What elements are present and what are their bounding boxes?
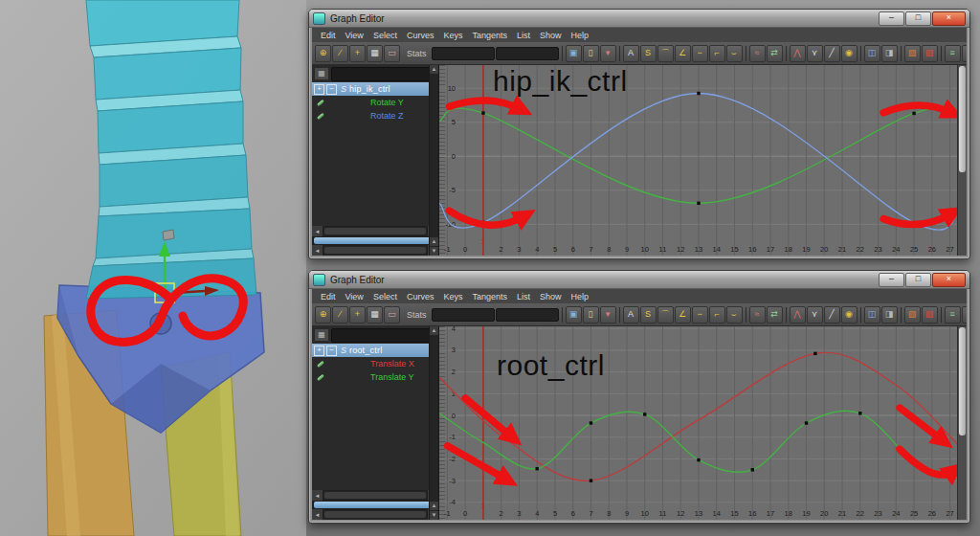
- keyframe-dot[interactable]: [536, 467, 539, 470]
- add-keys-tool-icon[interactable]: +: [349, 306, 366, 324]
- outliner-vscrollbar[interactable]: ▲ ▲ ▼: [429, 65, 438, 256]
- spline-tangents-icon[interactable]: S: [640, 45, 657, 62]
- timeline-hscrollbar[interactable]: ◂ ▸: [312, 245, 438, 256]
- unify-tangents-icon[interactable]: ⋎: [807, 45, 823, 62]
- flat-tangents-icon[interactable]: −: [692, 45, 708, 62]
- menu-select[interactable]: Select: [368, 291, 402, 302]
- center-current-time-icon[interactable]: ▾: [600, 306, 616, 324]
- expand-icon[interactable]: +: [314, 346, 324, 356]
- channel-row-rotate-z[interactable]: Rotate Z: [312, 109, 438, 123]
- menu-keys[interactable]: Keys: [438, 30, 467, 41]
- insert-keys-tool-icon[interactable]: ∕: [332, 306, 348, 324]
- timeline-range-bar[interactable]: [312, 501, 438, 509]
- scroll-down-icon[interactable]: ▼: [430, 511, 438, 520]
- swap-buffer-curves-icon[interactable]: ⇄: [767, 45, 783, 62]
- swap-buffer-curves-icon[interactable]: ⇄: [767, 306, 783, 324]
- window-titlebar[interactable]: Graph Editor – □ ×: [309, 10, 969, 28]
- plateau-tangents-icon[interactable]: ⌣: [726, 306, 743, 324]
- menu-show[interactable]: Show: [535, 30, 567, 41]
- menu-show[interactable]: Show: [535, 291, 567, 302]
- outliner-node-row[interactable]: + − S hip_ik_ctrl: [312, 82, 438, 96]
- outliner-hscrollbar[interactable]: ◂ ▸: [312, 490, 438, 501]
- scroll-up-icon[interactable]: ▲: [430, 65, 438, 74]
- clamped-tangents-icon[interactable]: ⌒: [657, 306, 674, 324]
- keyframe-dot[interactable]: [697, 92, 700, 95]
- pin-channel-icon[interactable]: ▨: [922, 306, 938, 324]
- value-snap-icon[interactable]: ◨: [881, 45, 898, 62]
- stacked-curves-icon[interactable]: ≡: [945, 45, 961, 62]
- menu-curves[interactable]: Curves: [402, 30, 439, 41]
- channel-tree[interactable]: + − S root_ctrl Translate XTranslate Y: [312, 344, 438, 490]
- scroll-up-icon[interactable]: ▲: [430, 326, 438, 335]
- region-select-keys-icon[interactable]: ▭: [384, 306, 400, 324]
- menu-edit[interactable]: Edit: [316, 30, 341, 41]
- linear-tangents-icon[interactable]: ∠: [675, 306, 691, 324]
- keyframe-dot[interactable]: [858, 412, 861, 414]
- stats-time-field[interactable]: [432, 308, 495, 322]
- graph-vscrollbar[interactable]: [957, 65, 967, 256]
- menu-edit[interactable]: Edit: [316, 291, 341, 302]
- channel-filter-input[interactable]: [331, 67, 442, 81]
- insert-keys-tool-icon[interactable]: ∕: [332, 45, 348, 62]
- unify-tangents-icon[interactable]: ⋎: [807, 306, 823, 324]
- menu-help[interactable]: Help: [566, 30, 593, 41]
- value-snap-icon[interactable]: ◨: [881, 306, 898, 324]
- collapse-icon[interactable]: −: [326, 346, 337, 356]
- menu-curves[interactable]: Curves: [402, 291, 439, 302]
- outliner-node-row[interactable]: + − S root_ctrl: [312, 344, 438, 357]
- menu-view[interactable]: View: [341, 30, 368, 41]
- menu-view[interactable]: View: [341, 291, 368, 302]
- step-tangents-icon[interactable]: ⌐: [709, 45, 725, 62]
- keyframe-dot[interactable]: [912, 112, 915, 115]
- free-tangent-weight-icon[interactable]: ╱: [824, 306, 840, 324]
- maximize-button[interactable]: □: [905, 11, 931, 26]
- collapse-icon[interactable]: −: [326, 84, 337, 95]
- frame-playback-range-icon[interactable]: ▯: [583, 306, 599, 324]
- pin-channel-icon[interactable]: ▨: [922, 45, 938, 62]
- scroll-left-icon[interactable]: ◂: [312, 245, 323, 256]
- template-channel-icon[interactable]: ▧: [904, 45, 921, 62]
- channel-row-translate-x[interactable]: Translate X: [312, 357, 438, 370]
- move-nearest-pick-key-icon[interactable]: ⊕: [315, 45, 331, 62]
- channel-row-rotate-y[interactable]: Rotate Y: [312, 96, 438, 109]
- time-snap-icon[interactable]: ◫: [864, 45, 880, 62]
- buffer-curve-snapshot-icon[interactable]: ≈: [749, 45, 766, 62]
- lattice-deform-keys-icon[interactable]: ▦: [367, 306, 383, 324]
- curve-chart[interactable]: -101234567891011121314151617181920212223…: [439, 65, 957, 256]
- center-current-time-icon[interactable]: ▾: [600, 45, 616, 62]
- stacked-curves-icon[interactable]: ≡: [945, 306, 961, 324]
- auto-tangents-icon[interactable]: A: [623, 306, 639, 324]
- keyframe-dot[interactable]: [813, 352, 816, 355]
- lattice-deform-keys-icon[interactable]: ▦: [367, 45, 383, 62]
- channel-filter-input[interactable]: [331, 328, 442, 343]
- timeline-hscrollbar[interactable]: ◂ ▸: [312, 509, 438, 520]
- graph-area[interactable]: -101234567891011121314151617181920212223…: [439, 65, 957, 256]
- manipulator-center-cube[interactable]: [163, 230, 174, 240]
- add-keys-tool-icon[interactable]: +: [349, 45, 366, 62]
- menu-tangents[interactable]: Tangents: [467, 30, 512, 41]
- close-button[interactable]: ×: [932, 11, 966, 26]
- stats-value-field[interactable]: [496, 47, 559, 60]
- move-nearest-pick-key-icon[interactable]: ⊕: [315, 306, 331, 324]
- channel-tree[interactable]: + − S hip_ik_ctrl Rotate YRotate Z: [312, 82, 438, 226]
- scroll-left-icon[interactable]: ◂: [312, 509, 323, 520]
- clamped-tangents-icon[interactable]: ⌒: [657, 45, 674, 62]
- frame-playback-range-icon[interactable]: ▯: [583, 45, 599, 62]
- scroll-up-icon[interactable]: ▲: [430, 237, 438, 246]
- minimize-button[interactable]: –: [879, 273, 904, 287]
- break-tangents-icon[interactable]: ⋀: [790, 45, 806, 62]
- scroll-left-icon[interactable]: ◂: [312, 490, 323, 501]
- keyframe-dot[interactable]: [697, 458, 700, 461]
- normalized-curves-icon[interactable]: ≋: [962, 45, 967, 62]
- menu-list[interactable]: List: [512, 291, 535, 302]
- curve-chart[interactable]: -101234567891011121314151617181920212223…: [439, 326, 957, 520]
- minimize-button[interactable]: –: [879, 11, 904, 26]
- frame-all-icon[interactable]: ▣: [566, 306, 582, 324]
- outliner-hscrollbar[interactable]: ◂ ▸: [312, 226, 438, 236]
- linear-tangents-icon[interactable]: ∠: [675, 45, 691, 62]
- stats-value-field[interactable]: [496, 308, 559, 322]
- 3d-viewport[interactable]: [0, 0, 306, 536]
- window-titlebar[interactable]: Graph Editor – □ ×: [309, 271, 969, 289]
- menu-list[interactable]: List: [512, 30, 535, 41]
- free-tangent-weight-icon[interactable]: ╱: [824, 45, 840, 62]
